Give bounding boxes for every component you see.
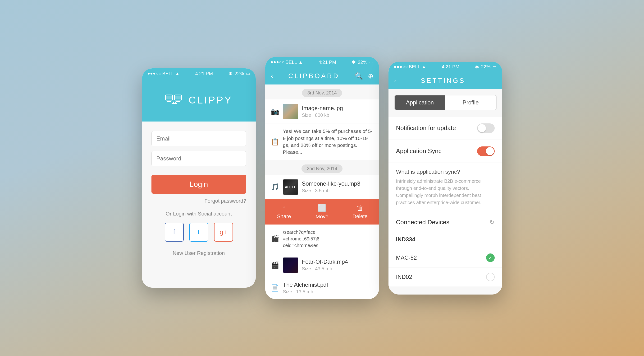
settings-header: ‹ SETTINGS [388,72,502,89]
device-row-ind334[interactable]: IND334 [388,231,502,248]
delete-button[interactable]: 🗑 Delete [341,199,379,225]
audio-thumbnail: ADELE [283,180,298,195]
date-divider-1: 3rd Nov, 2014 [265,84,379,99]
device-row-ind02[interactable]: IND02 [388,267,502,286]
device-name: MAC-52 [396,254,417,261]
device-check-icon: ✓ [486,253,495,262]
clip-info: /search?q=face=chrome..69i57j6ceid=chrom… [283,229,373,249]
back-button-2[interactable]: ‹ [271,72,273,80]
move-button[interactable]: ⬜ Move [303,199,341,225]
clip-size: Size : 43.5 mb [302,266,373,272]
clip-size: Size : 13.5 mb [283,289,373,294]
twitter-button[interactable]: t [190,223,208,242]
notification-row: Notification for update [388,117,502,140]
time-1: 4:21 PM [195,71,213,76]
list-item[interactable]: 📋 Yes! We can take 5% off purchases of 5… [265,123,379,160]
status-left-1: BELL ▲ [148,71,180,76]
delete-icon: 🗑 [356,204,364,212]
notification-toggle[interactable] [477,123,495,133]
login-body: Login Forgot password? Or Login with Soc… [142,121,256,288]
time-3: 4:21 PM [442,64,459,70]
tab-application[interactable]: Application [395,95,445,110]
tab-profile[interactable]: Profile [445,95,496,110]
segmented-control: Application Profile [394,95,496,110]
toggle-knob-sync [486,147,494,155]
clipboard-body: 3rd Nov, 2014 📷 Image-name.jpg Size : 80… [265,84,379,299]
clippy-title: CLIPPY [189,94,232,106]
list-item[interactable]: 📷 Image-name.jpg Size : 800 kb [265,99,379,123]
list-item[interactable]: 🎬 /search?q=face=chrome..69i57j6ceid=chr… [265,225,379,253]
dot2 [150,73,152,75]
url-text: /search?q=face=chrome..69i57j6ceid=chrom… [283,229,373,249]
clip-text-preview: Yes! We can take 5% off purchases of 5-9… [283,128,373,156]
date-badge-1: 3rd Nov, 2014 [302,89,342,97]
wifi-icon-2: ▲ [298,60,303,65]
password-field[interactable] [152,151,246,166]
social-buttons-group: f t g+ [152,223,246,242]
clip-name: Fear-Of-Dark.mp4 [302,258,373,265]
clip-info: The Alchemist.pdf Size : 13.5 mb [283,281,373,294]
move-icon: ⬜ [318,204,326,212]
clip-size: Size : 800 kb [302,112,373,118]
video-clip-icon: 🎬 [271,261,279,269]
battery-percent-1: 22% [234,71,244,76]
search-icon[interactable]: 🔍 [355,72,363,80]
list-item[interactable]: 🎵 ADELE Someone-like-you.mp3 Size : 3.5 … [265,175,379,199]
settings-phone: BELL ▲ 4:21 PM ✱ 22% ▭ ‹ SETTINGS Applic… [388,62,502,294]
status-left-2: BELL ▲ [271,60,303,65]
share-button[interactable]: ↑ Share [265,199,303,225]
clipboard-phone: BELL ▲ 4:21 PM ✱ 22% ▭ ‹ CLIPBOARD 🔍 ⊕ 3… [265,57,379,299]
sync-label: Application Sync [396,147,442,155]
clip-info: Image-name.jpg Size : 800 kb [302,105,373,118]
add-icon[interactable]: ⊕ [368,72,373,80]
wifi-icon-3: ▲ [422,64,426,69]
device-circle-icon [486,273,495,281]
time-2: 4:21 PM [318,60,336,65]
list-item[interactable]: 🎬 Fear-Of-Dark.mp4 Size : 43.5 mb [265,253,379,277]
status-bar-2: BELL ▲ 4:21 PM ✱ 22% ▭ [265,57,379,67]
date-badge-2: 2nd Nov, 2014 [302,164,342,173]
notification-label: Notification for update [396,124,456,132]
dot5 [406,66,408,68]
video-icon: 🎬 [271,235,279,243]
email-field[interactable] [152,131,246,146]
device-name: IND334 [396,236,415,243]
list-item[interactable]: 📄 The Alchemist.pdf Size : 13.5 mb [265,277,379,299]
clip-info: Someone-like-you.mp3 Size : 3.5 mb [302,180,373,194]
google-button[interactable]: g+ [214,223,233,242]
sync-toggle[interactable] [477,146,495,156]
facebook-button[interactable]: f [165,223,184,242]
share-label: Share [277,213,291,220]
forgot-password-link[interactable]: Forgot password? [152,198,246,204]
new-user-registration-link[interactable]: New User Registration [152,250,246,256]
back-button-3[interactable]: ‹ [394,77,396,84]
battery-percent-2: 22% [358,60,367,65]
signal-dots-1 [148,73,161,75]
status-right-1: ✱ 22% ▭ [228,71,250,76]
refresh-icon[interactable]: ↻ [490,219,495,226]
battery-percent-3: 22% [481,64,490,70]
battery-icon-3: ▭ [492,64,496,70]
signal-dots-3 [394,66,408,68]
audio-icon: 🎵 [271,183,279,191]
dot1 [271,61,273,63]
dot4 [156,73,158,75]
clip-size: Size : 3.5 mb [302,188,373,194]
dot3 [400,66,402,68]
login-phone: BELL ▲ 4:21 PM ✱ 22% ▭ CLIPPY Login Forg… [142,68,256,288]
image-thumbnail [283,104,298,119]
device-row-mac52[interactable]: MAC-52 ✓ [388,248,502,267]
status-left-3: BELL ▲ [394,64,426,70]
wifi-icon-1: ▲ [175,71,180,76]
connected-devices-header: Connected Devices ↻ [388,212,502,231]
login-header: CLIPPY [142,79,256,121]
pdf-icon: 📄 [271,284,279,292]
settings-body: Application Profile Notification for upd… [388,89,502,294]
delete-label: Delete [352,213,368,220]
settings-section-toggles: Notification for update Application Sync… [388,117,502,286]
battery-icon-2: ▭ [369,60,373,65]
clip-info: Fear-Of-Dark.mp4 Size : 43.5 mb [302,258,373,272]
dot5 [282,61,284,63]
login-button[interactable]: Login [152,175,246,194]
carrier-1: BELL [162,71,174,76]
